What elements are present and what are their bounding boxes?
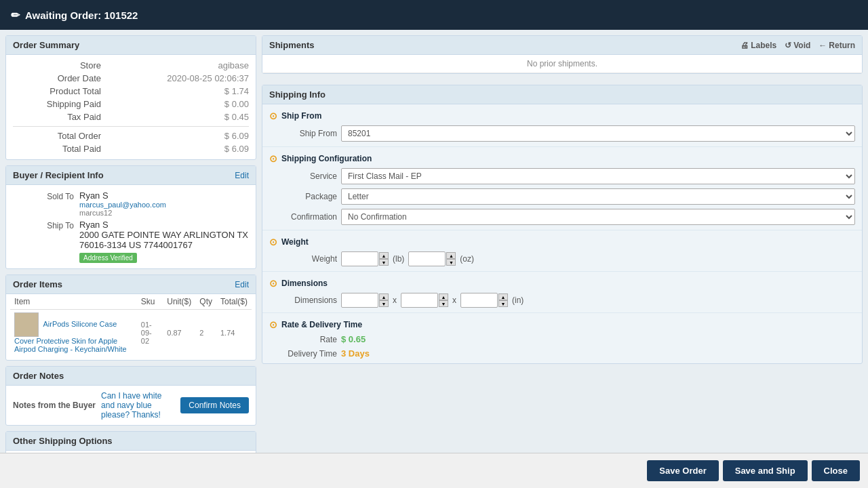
dim3-input[interactable]: [460, 293, 498, 308]
order-summary-title: Order Summary: [13, 40, 79, 50]
item-sku: 01-09-02: [137, 310, 163, 357]
confirmation-select[interactable]: No Confirmation: [341, 209, 855, 225]
items-header-row: Item Sku Unit($) Qty Total($): [10, 294, 252, 310]
other-shipping-title: Other Shipping Options: [13, 436, 113, 446]
summary-tax-row: Tax Paid $ 0.45: [13, 110, 249, 123]
address-verified-badge: Address Verified: [79, 253, 137, 263]
void-action[interactable]: ↺ Void: [785, 41, 810, 50]
total-order-value: $ 6.09: [224, 131, 249, 141]
return-action[interactable]: ← Return: [818, 41, 855, 50]
col-item: Item: [10, 294, 137, 310]
delivery-time-value: 3 Days: [341, 348, 370, 359]
package-label: Package: [269, 192, 337, 201]
summary-shipping-row: Shipping Paid $ 0.00: [13, 98, 249, 110]
weight-oz-up[interactable]: ▲: [446, 252, 456, 259]
return-icon: ←: [818, 41, 827, 50]
order-items-body: Item Sku Unit($) Qty Total($) AirPods Si…: [6, 294, 256, 360]
app-header: ✏ Awaiting Order: 101522: [0, 0, 868, 30]
ship-from-row: Ship From 85201: [269, 123, 855, 144]
weight-lb-up[interactable]: ▲: [379, 252, 389, 259]
sold-to-email: marcus_paul@yahoo.com: [79, 201, 249, 209]
rate-value: $ 0.65: [341, 334, 366, 344]
order-summary-header: Order Summary: [6, 36, 256, 55]
order-notes-header: Order Notes: [6, 367, 256, 386]
rate-delivery-title: ⊙ Rate & Delivery Time: [269, 316, 855, 332]
dimensions-row: Dimensions ▲ ▼ x ▲ ▼: [269, 291, 855, 310]
shipping-value: $ 0.00: [224, 99, 249, 109]
no-shipments-text: No prior shipments.: [262, 55, 862, 73]
pencil-icon: ✏: [11, 9, 20, 22]
weight-title: Weight: [281, 237, 309, 247]
ship-to-addr3: 7744001767: [144, 240, 193, 250]
weight-lb-input[interactable]: [341, 251, 378, 266]
dimensions-section: ⊙ Dimensions Dimensions ▲ ▼ x: [262, 272, 862, 313]
order-notes-panel: Order Notes Notes from the Buyer Can I h…: [5, 366, 256, 426]
service-row: Service First Class Mail - EP: [269, 166, 855, 186]
return-label: Return: [829, 41, 855, 50]
items-edit-link[interactable]: Edit: [235, 280, 249, 289]
order-items-panel: Order Items Edit Item Sku Unit($) Qty To…: [5, 274, 256, 361]
date-label: Order Date: [13, 73, 101, 83]
ship-from-icon: ⊙: [269, 110, 277, 121]
dim1-down[interactable]: ▼: [379, 300, 389, 307]
weight-label: Weight: [269, 254, 337, 264]
header-title: Awaiting Order: 101522: [25, 9, 138, 21]
dim2-down[interactable]: ▼: [439, 300, 448, 307]
rate-icon: ⊙: [269, 319, 277, 330]
ship-to-name: Ryan S: [79, 220, 249, 230]
dim2-wrap: ▲ ▼: [401, 293, 448, 308]
service-select[interactable]: First Class Mail - EP: [341, 168, 855, 184]
config-title-text: Shipping Configuration: [281, 154, 372, 163]
summary-date-row: Order Date 2020-08-25 02:06:37: [13, 72, 249, 85]
ship-from-title: Ship From: [281, 111, 321, 121]
dim1-input[interactable]: [341, 293, 378, 308]
dim3-down[interactable]: ▼: [498, 300, 508, 307]
ship-from-select[interactable]: 85201: [341, 125, 855, 142]
confirmation-row: Confirmation No Confirmation: [269, 207, 855, 227]
order-notes-body: Notes from the Buyer Can I have white an…: [6, 386, 256, 425]
labels-action[interactable]: 🖨 Labels: [741, 41, 776, 50]
weight-oz-input[interactable]: [408, 251, 446, 266]
total-order-label: Total Order: [13, 131, 101, 141]
col-qty: Qty: [195, 294, 216, 310]
weight-oz-down[interactable]: ▼: [446, 259, 456, 266]
shipping-config-section: ⊙ Shipping Configuration Service First C…: [262, 147, 862, 230]
package-row: Package Letter: [269, 186, 855, 207]
buyer-info-title: Buyer / Recipient Info: [13, 170, 104, 180]
order-notes-title: Order Notes: [13, 371, 64, 381]
dim-x1: x: [393, 296, 397, 305]
confirm-notes-button[interactable]: Confirm Notes: [180, 397, 249, 413]
delivery-time-label: Delivery Time: [269, 349, 337, 359]
shipments-title: Shipments: [269, 40, 314, 50]
footer: Save Order Save and Ship Close: [0, 453, 868, 488]
summary-total-paid-row: Total Paid $ 6.09: [13, 142, 249, 155]
dim2-input[interactable]: [401, 293, 438, 308]
dim1-up[interactable]: ▲: [379, 293, 389, 300]
other-shipping-header: Other Shipping Options: [6, 432, 256, 451]
item-total: 1.74: [216, 310, 252, 357]
weight-lb-down[interactable]: ▼: [379, 259, 389, 266]
close-button[interactable]: Close: [812, 460, 860, 481]
save-order-button[interactable]: Save Order: [647, 460, 718, 481]
dimensions-section-title: ⊙ Dimensions: [269, 274, 855, 291]
total-paid-value: $ 6.09: [224, 144, 249, 154]
shipping-label: Shipping Paid: [13, 99, 101, 109]
dim2-up[interactable]: ▲: [439, 293, 448, 300]
dim1-wrap: ▲ ▼: [341, 293, 389, 308]
rate-delivery-section: ⊙ Rate & Delivery Time Rate $ 0.65 Deliv…: [262, 313, 862, 363]
order-items-title: Order Items: [13, 279, 62, 289]
dim-unit: (in): [512, 296, 524, 305]
buyer-edit-link[interactable]: Edit: [235, 171, 249, 180]
order-summary-body: Store agibase Order Date 2020-08-25 02:0…: [6, 55, 256, 159]
dim3-wrap: ▲ ▼: [460, 293, 508, 308]
dim3-up[interactable]: ▲: [498, 293, 508, 300]
dimensions-label: Dimensions: [269, 296, 337, 305]
col-total: Total($): [216, 294, 252, 310]
item-name-cell: AirPods Silicone Case Cover Protective S…: [10, 310, 137, 357]
package-select[interactable]: Letter: [341, 188, 855, 205]
tax-value: $ 0.45: [224, 112, 249, 122]
weight-oz-unit: (oz): [460, 254, 474, 264]
save-and-ship-button[interactable]: Save and Ship: [723, 460, 808, 481]
dimensions-icon: ⊙: [269, 278, 277, 289]
delivery-time-row: Delivery Time 3 Days: [269, 346, 855, 361]
